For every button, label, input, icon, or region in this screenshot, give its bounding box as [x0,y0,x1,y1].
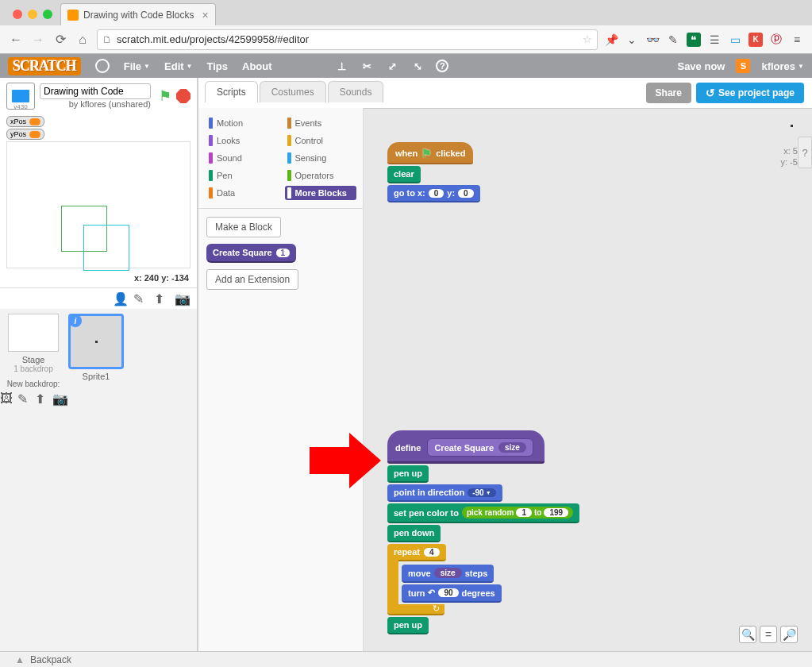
minimize-window-icon[interactable] [28,10,37,19]
new-backdrop-label: New backdrop: [7,380,60,388]
ext-mask-icon[interactable]: 👓 [645,33,660,47]
stamp-icon[interactable]: ⊥ [334,59,348,73]
palette-block-create-square[interactable]: Create Square 1 [206,244,296,263]
tab-scripts[interactable]: Scripts [205,81,258,102]
back-button[interactable]: ← [8,32,24,48]
cat-sensing[interactable]: Sensing [285,151,357,165]
zoom-controls: 🔍 = 🔎 [739,626,798,643]
block-pen-up-2: pen up [387,617,429,634]
globe-icon[interactable] [95,59,110,73]
project-title-input[interactable] [40,83,151,99]
cat-events[interactable]: Events [285,116,357,130]
ext-pocket-icon[interactable]: ⌄ [625,33,639,47]
repeat-end [387,604,444,615]
backdrop-count: 1 backdrop [13,364,52,373]
maximize-window-icon[interactable] [43,10,52,19]
backpack-panel[interactable]: ▲ Backpack [0,651,812,667]
paint-sprite-icon[interactable]: ✎ [133,291,148,306]
bookmark-star-icon[interactable]: ☆ [583,33,592,45]
tab-costumes[interactable]: Costumes [260,81,326,102]
help-toggle-icon[interactable]: ? [798,137,812,168]
stage-view[interactable] [6,141,190,268]
user-menu[interactable]: kflores▼ [761,60,804,72]
menu-file[interactable]: File▼ [124,60,150,72]
ext-wand-icon[interactable]: ✎ [666,33,680,47]
block-pen-down: pen down [387,525,441,542]
cat-motion[interactable]: Motion [206,116,279,130]
choose-backdrop-icon[interactable]: 🖼 [0,391,14,406]
window-controls [8,10,60,25]
menu-about[interactable]: About [242,60,272,72]
share-button[interactable]: Share [646,83,691,103]
add-extension-button[interactable]: Add an Extension [206,269,298,290]
project-header: v430 by kflores (unshared) ⚑ [0,78,197,114]
block-repeat: repeat 4 [387,544,446,561]
user-badge-icon[interactable]: S [736,59,750,73]
block-point-direction: point in direction -90▼ [387,484,502,502]
block-define: define Create Square size [387,430,545,464]
editor-tabs: Scripts Costumes Sounds [205,81,638,102]
sprite-item-sprite1[interactable]: i Sprite1 [68,314,124,369]
script-when-flag-clicked[interactable]: when ⚑ clicked clear go to x: 0 y: 0 [387,142,480,202]
green-flag-icon[interactable]: ⚑ [159,87,171,105]
ext-k-icon[interactable]: K [749,33,763,47]
cat-more-blocks[interactable]: More Blocks [285,186,357,200]
variable-monitors: xPos yPos [0,114,197,141]
ext-pin-icon[interactable]: 📌 [604,33,618,47]
block-goto: go to x: 0 y: 0 [387,185,480,202]
cat-control[interactable]: Control [285,133,357,148]
home-button[interactable]: ⌂ [75,32,90,48]
zoom-in-button[interactable]: 🔎 [780,626,798,643]
close-window-icon[interactable] [13,10,22,19]
zoom-reset-button[interactable]: = [760,626,777,643]
sprite-info-icon[interactable]: i [69,314,82,327]
grow-icon[interactable]: ⤢ [385,59,399,73]
address-bar[interactable]: 🗋 scratch.mit.edu/projects/42599958/#edi… [97,29,598,50]
ext-pinterest-icon[interactable]: ⓟ [769,33,783,47]
ext-buffer-icon[interactable]: ☰ [707,33,722,47]
cat-data[interactable]: Data [206,186,279,200]
ext-screenshot-icon[interactable]: ▭ [728,33,742,47]
chevron-up-icon: ▲ [14,654,25,665]
cat-sound[interactable]: Sound [206,151,279,165]
cat-operators[interactable]: Operators [285,168,357,183]
see-project-page-button[interactable]: ↺See project page [696,83,804,103]
extension-icons: 📌 ⌄ 👓 ✎ ❝ ☰ ▭ K ⓟ ≡ [604,33,804,47]
var-ypos[interactable]: yPos [6,129,44,140]
tab-sounds[interactable]: Sounds [328,81,384,102]
block-palette: Motion Events Looks Control Sound Sensin… [198,108,364,651]
block-when-flag-clicked: when ⚑ clicked [387,142,473,164]
paint-backdrop-icon[interactable]: ✎ [17,391,32,406]
camera-backdrop-icon[interactable]: 📷 [52,391,67,406]
close-tab-icon[interactable]: × [202,9,208,21]
green-flag-icon: ⚑ [421,147,432,160]
cut-icon[interactable]: ✂ [360,59,374,73]
upload-sprite-icon[interactable]: ⬆ [154,291,168,306]
left-panel: v430 by kflores (unshared) ⚑ xPos yPos x… [0,78,198,651]
reload-button[interactable]: ⟳ [52,32,68,48]
ext-hangouts-icon[interactable]: ❝ [687,33,701,47]
menu-icon[interactable]: ≡ [790,33,804,47]
fullscreen-icon[interactable]: v430 [6,83,35,110]
choose-sprite-icon[interactable]: 👤 [113,291,127,306]
help-icon[interactable]: ? [436,60,448,72]
var-xpos[interactable]: xPos [6,116,44,127]
menu-edit[interactable]: Edit▼ [164,60,192,72]
camera-sprite-icon[interactable]: 📷 [175,291,189,306]
scratch-logo[interactable]: SCRATCH [8,57,81,75]
cat-looks[interactable]: Looks [206,133,279,148]
scripts-canvas[interactable]: x: 50 y: -50 when ⚑ clicked clear go to … [364,108,812,651]
stage-thumbnail[interactable] [8,314,59,352]
script-define-create-square[interactable]: define Create Square size pen up point i… [387,430,579,634]
stop-icon[interactable] [176,89,190,103]
cat-pen[interactable]: Pen [206,168,279,183]
browser-tab[interactable]: Drawing with Code Blocks × [60,3,216,25]
tab-title: Drawing with Code Blocks [83,10,194,21]
shrink-icon[interactable]: ⤡ [410,59,425,73]
zoom-out-button[interactable]: 🔍 [739,626,756,643]
make-block-button[interactable]: Make a Block [206,217,281,237]
svg-marker-0 [310,433,381,488]
menu-tips[interactable]: Tips [207,60,229,72]
upload-backdrop-icon[interactable]: ⬆ [35,391,49,406]
save-now-button[interactable]: Save now [677,60,725,72]
